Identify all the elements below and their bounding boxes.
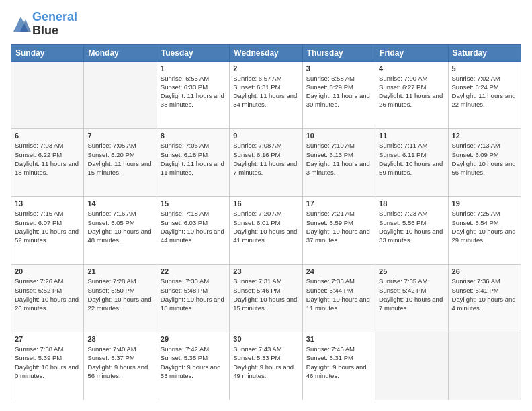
day-info: Sunrise: 7:02 AM Sunset: 6:24 PM Dayligh… — [452, 74, 517, 109]
day-number: 4 — [379, 64, 444, 73]
day-cell: 24Sunrise: 7:33 AM Sunset: 5:44 PM Dayli… — [302, 265, 375, 332]
calendar-table: SundayMondayTuesdayWednesdayThursdayFrid… — [11, 44, 521, 400]
day-info: Sunrise: 7:21 AM Sunset: 5:59 PM Dayligh… — [306, 209, 371, 244]
header: General Blue — [11, 11, 521, 38]
day-number: 17 — [306, 199, 371, 208]
day-cell: 21Sunrise: 7:28 AM Sunset: 5:50 PM Dayli… — [84, 265, 157, 332]
day-number: 11 — [379, 132, 444, 140]
day-info: Sunrise: 7:35 AM Sunset: 5:42 PM Dayligh… — [379, 277, 444, 312]
day-number: 6 — [15, 132, 80, 140]
day-info: Sunrise: 7:05 AM Sunset: 6:20 PM Dayligh… — [87, 141, 152, 177]
day-cell — [448, 332, 521, 400]
day-info: Sunrise: 7:06 AM Sunset: 6:18 PM Dayligh… — [161, 141, 226, 177]
day-number: 8 — [161, 132, 226, 140]
week-row-2: 6Sunrise: 7:03 AM Sunset: 6:22 PM Daylig… — [11, 129, 521, 197]
day-number: 5 — [452, 64, 517, 73]
day-number: 26 — [452, 267, 517, 275]
day-cell: 22Sunrise: 7:30 AM Sunset: 5:48 PM Dayli… — [157, 265, 229, 332]
day-number: 19 — [452, 199, 517, 208]
weekday-header-thursday: Thursday — [302, 44, 375, 61]
day-number: 30 — [233, 335, 298, 343]
week-row-1: 1Sunrise: 6:55 AM Sunset: 6:33 PM Daylig… — [11, 61, 521, 129]
page: General Blue SundayMondayTuesdayWednesda… — [0, 0, 532, 411]
day-cell: 19Sunrise: 7:25 AM Sunset: 5:54 PM Dayli… — [448, 197, 521, 265]
day-info: Sunrise: 7:40 AM Sunset: 5:37 PM Dayligh… — [87, 345, 152, 380]
day-number: 12 — [452, 132, 517, 140]
day-cell: 9Sunrise: 7:08 AM Sunset: 6:16 PM Daylig… — [230, 129, 302, 197]
day-info: Sunrise: 7:15 AM Sunset: 6:07 PM Dayligh… — [15, 209, 80, 244]
day-cell: 8Sunrise: 7:06 AM Sunset: 6:18 PM Daylig… — [157, 129, 229, 197]
day-number: 29 — [161, 335, 226, 343]
day-info: Sunrise: 7:43 AM Sunset: 5:33 PM Dayligh… — [233, 345, 298, 380]
day-cell: 28Sunrise: 7:40 AM Sunset: 5:37 PM Dayli… — [84, 332, 157, 400]
day-number: 20 — [15, 267, 80, 275]
day-info: Sunrise: 7:26 AM Sunset: 5:52 PM Dayligh… — [15, 277, 80, 312]
day-info: Sunrise: 6:55 AM Sunset: 6:33 PM Dayligh… — [161, 74, 226, 109]
day-cell: 1Sunrise: 6:55 AM Sunset: 6:33 PM Daylig… — [157, 61, 229, 129]
day-cell: 25Sunrise: 7:35 AM Sunset: 5:42 PM Dayli… — [375, 265, 448, 332]
day-cell: 13Sunrise: 7:15 AM Sunset: 6:07 PM Dayli… — [11, 197, 84, 265]
day-number: 14 — [87, 199, 152, 208]
day-cell: 6Sunrise: 7:03 AM Sunset: 6:22 PM Daylig… — [11, 129, 84, 197]
weekday-header-row: SundayMondayTuesdayWednesdayThursdayFrid… — [11, 44, 521, 61]
logo: General Blue — [11, 11, 77, 38]
day-info: Sunrise: 7:33 AM Sunset: 5:44 PM Dayligh… — [306, 277, 371, 312]
weekday-header-sunday: Sunday — [11, 44, 84, 61]
day-info: Sunrise: 7:10 AM Sunset: 6:13 PM Dayligh… — [306, 141, 371, 177]
day-info: Sunrise: 7:20 AM Sunset: 6:01 PM Dayligh… — [233, 209, 298, 244]
week-row-5: 27Sunrise: 7:38 AM Sunset: 5:39 PM Dayli… — [11, 332, 521, 400]
day-number: 3 — [306, 64, 371, 73]
day-cell: 29Sunrise: 7:42 AM Sunset: 5:35 PM Dayli… — [157, 332, 229, 400]
day-cell: 14Sunrise: 7:16 AM Sunset: 6:05 PM Dayli… — [84, 197, 157, 265]
day-number: 10 — [306, 132, 371, 140]
weekday-header-wednesday: Wednesday — [230, 44, 302, 61]
day-cell: 10Sunrise: 7:10 AM Sunset: 6:13 PM Dayli… — [302, 129, 375, 197]
day-cell: 20Sunrise: 7:26 AM Sunset: 5:52 PM Dayli… — [11, 265, 84, 332]
day-cell: 4Sunrise: 7:00 AM Sunset: 6:27 PM Daylig… — [375, 61, 448, 129]
day-info: Sunrise: 7:36 AM Sunset: 5:41 PM Dayligh… — [452, 277, 517, 312]
day-cell: 31Sunrise: 7:45 AM Sunset: 5:31 PM Dayli… — [302, 332, 375, 400]
day-number: 16 — [233, 199, 298, 208]
day-number: 7 — [87, 132, 152, 140]
day-info: Sunrise: 7:30 AM Sunset: 5:48 PM Dayligh… — [161, 277, 226, 312]
day-number: 13 — [15, 199, 80, 208]
day-cell: 18Sunrise: 7:23 AM Sunset: 5:56 PM Dayli… — [375, 197, 448, 265]
day-info: Sunrise: 7:38 AM Sunset: 5:39 PM Dayligh… — [15, 345, 80, 380]
weekday-header-saturday: Saturday — [448, 44, 521, 61]
week-row-3: 13Sunrise: 7:15 AM Sunset: 6:07 PM Dayli… — [11, 197, 521, 265]
day-cell: 11Sunrise: 7:11 AM Sunset: 6:11 PM Dayli… — [375, 129, 448, 197]
day-cell: 23Sunrise: 7:31 AM Sunset: 5:46 PM Dayli… — [230, 265, 302, 332]
day-cell: 12Sunrise: 7:13 AM Sunset: 6:09 PM Dayli… — [448, 129, 521, 197]
day-cell: 7Sunrise: 7:05 AM Sunset: 6:20 PM Daylig… — [84, 129, 157, 197]
day-info: Sunrise: 7:31 AM Sunset: 5:46 PM Dayligh… — [233, 277, 298, 312]
day-info: Sunrise: 7:13 AM Sunset: 6:09 PM Dayligh… — [452, 141, 517, 177]
day-cell: 27Sunrise: 7:38 AM Sunset: 5:39 PM Dayli… — [11, 332, 84, 400]
day-number: 24 — [306, 267, 371, 275]
day-info: Sunrise: 7:28 AM Sunset: 5:50 PM Dayligh… — [87, 277, 152, 312]
day-number: 23 — [233, 267, 298, 275]
day-number: 28 — [87, 335, 152, 343]
day-number: 15 — [161, 199, 226, 208]
day-info: Sunrise: 7:11 AM Sunset: 6:11 PM Dayligh… — [379, 141, 444, 177]
day-cell: 5Sunrise: 7:02 AM Sunset: 6:24 PM Daylig… — [448, 61, 521, 129]
day-cell: 15Sunrise: 7:18 AM Sunset: 6:03 PM Dayli… — [157, 197, 229, 265]
day-cell: 17Sunrise: 7:21 AM Sunset: 5:59 PM Dayli… — [302, 197, 375, 265]
day-info: Sunrise: 7:16 AM Sunset: 6:05 PM Dayligh… — [87, 209, 152, 244]
day-cell: 3Sunrise: 6:58 AM Sunset: 6:29 PM Daylig… — [302, 61, 375, 129]
day-info: Sunrise: 7:23 AM Sunset: 5:56 PM Dayligh… — [379, 209, 444, 244]
day-cell: 26Sunrise: 7:36 AM Sunset: 5:41 PM Dayli… — [448, 265, 521, 332]
day-info: Sunrise: 7:00 AM Sunset: 6:27 PM Dayligh… — [379, 74, 444, 109]
day-info: Sunrise: 7:03 AM Sunset: 6:22 PM Dayligh… — [15, 141, 80, 177]
day-number: 1 — [161, 64, 226, 73]
day-number: 9 — [233, 132, 298, 140]
day-info: Sunrise: 6:57 AM Sunset: 6:31 PM Dayligh… — [233, 74, 298, 109]
day-number: 27 — [15, 335, 80, 343]
logo-text: General Blue — [32, 11, 77, 38]
day-number: 31 — [306, 335, 371, 343]
day-cell — [375, 332, 448, 400]
day-info: Sunrise: 7:18 AM Sunset: 6:03 PM Dayligh… — [161, 209, 226, 244]
day-cell — [84, 61, 157, 129]
day-info: Sunrise: 7:42 AM Sunset: 5:35 PM Dayligh… — [161, 345, 226, 380]
weekday-header-friday: Friday — [375, 44, 448, 61]
day-cell: 30Sunrise: 7:43 AM Sunset: 5:33 PM Dayli… — [230, 332, 302, 400]
